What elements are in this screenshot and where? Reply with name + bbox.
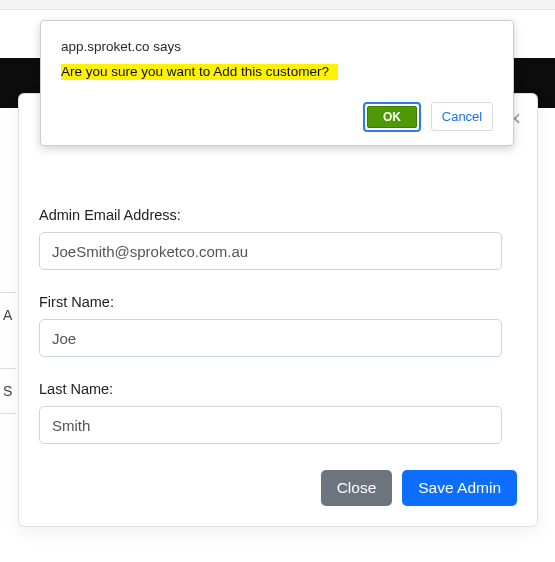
last-name-label: Last Name: bbox=[39, 381, 517, 397]
bg-row-s: S bbox=[0, 368, 16, 414]
alert-button-row: OK Cancel bbox=[61, 102, 493, 132]
admin-form-modal: N × Admin Email Address: First Name: Las… bbox=[18, 93, 538, 527]
save-admin-button[interactable]: Save Admin bbox=[402, 470, 517, 506]
background-page-fragment: A S bbox=[0, 292, 16, 459]
browser-topbar bbox=[0, 0, 555, 10]
cancel-button[interactable]: Cancel bbox=[431, 102, 493, 131]
last-name-field[interactable] bbox=[39, 406, 502, 444]
ok-button-focus-ring: OK bbox=[363, 102, 421, 132]
email-field[interactable] bbox=[39, 232, 502, 270]
bg-row-a: A bbox=[0, 292, 16, 323]
close-button[interactable]: Close bbox=[321, 470, 393, 506]
email-label: Admin Email Address: bbox=[39, 207, 517, 223]
javascript-alert-dialog: app.sproket.co says Are you sure you wan… bbox=[40, 20, 514, 146]
first-name-field[interactable] bbox=[39, 319, 502, 357]
ok-button[interactable]: OK bbox=[367, 106, 417, 128]
alert-message: Are you sure you want to Add this custom… bbox=[61, 64, 338, 80]
first-name-label: First Name: bbox=[39, 294, 517, 310]
alert-origin-text: app.sproket.co says bbox=[61, 39, 493, 54]
alert-message-highlight: Are you sure you want to Add this custom… bbox=[61, 64, 338, 80]
modal-footer: Close Save Admin bbox=[321, 470, 517, 506]
